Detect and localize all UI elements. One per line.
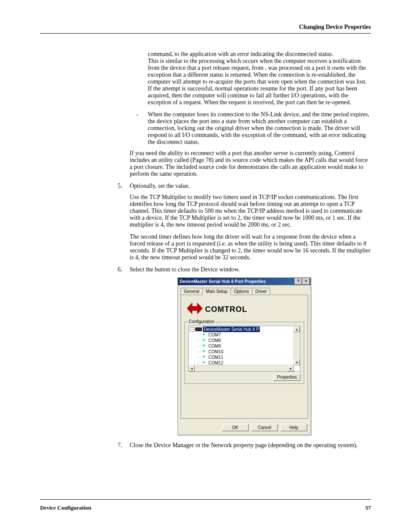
scrollbar-horizontal[interactable]: ◄ ► (189, 365, 294, 371)
s6a: Select the (130, 266, 155, 273)
cancel-button[interactable]: Cancel (251, 424, 278, 431)
tree-label: COM8 (209, 338, 221, 343)
properties-button[interactable]: Properties (274, 373, 300, 381)
tab-strip: General Main Setup Options Driver (178, 285, 311, 295)
bullet-dash: - (137, 111, 148, 146)
step-5: 5. Optionally, set the value. (118, 183, 371, 190)
step-6-num: 6. (118, 266, 130, 273)
tree-item[interactable]: ⋯⚑ COM9 (196, 343, 299, 349)
step-6: 6. Select the button to close the Device… (118, 266, 371, 273)
device-tree[interactable]: − DeviceMaster Serial Hub 8 P ⋯⚑ COM7 ⋯⚑… (188, 326, 300, 372)
p2d: request is received, the port can then b… (229, 99, 352, 106)
ok-button[interactable]: OK (222, 424, 249, 431)
close-icon[interactable]: × (302, 278, 310, 285)
tree-item[interactable]: ⋯⚑ COM10 (196, 349, 299, 355)
tree-label: COM9 (209, 343, 221, 349)
content-area: command, to the application with an erro… (118, 51, 371, 449)
collapse-icon[interactable]: − (190, 327, 194, 332)
comtrol-logo: COMTROL (184, 300, 304, 317)
scrollbar-vertical[interactable]: ▲ ▼ (293, 326, 300, 365)
help-button[interactable]: Help (280, 424, 307, 431)
step-5-p1: Use the TCP Multiplier to modify two tim… (130, 194, 371, 228)
s6b: button to close the Device window. (155, 266, 240, 273)
tab-panel: COMTROL Configuration − DeviceMaster S (181, 295, 308, 419)
p1: command, to the application with an erro… (148, 51, 333, 57)
dialog-title: DeviceMaster Serial Hub 8 Port Propertie… (180, 279, 266, 284)
group-label: Configuration (187, 319, 215, 324)
port-icon: ⚑ (202, 338, 206, 343)
title-buttons: ? × (294, 278, 310, 285)
footer-rule (40, 499, 371, 500)
page-header: Changing Device Properties (40, 24, 371, 31)
port-icon: ⚑ (202, 355, 206, 360)
bullet-text: When the computer loses its connection t… (148, 111, 371, 146)
continuation-text: command, to the application with an erro… (148, 51, 371, 106)
port-icon: ⚑ (202, 349, 206, 355)
device-icon (195, 327, 202, 331)
tab-options[interactable]: Options (230, 288, 252, 295)
scroll-down-icon[interactable]: ▼ (294, 359, 300, 365)
tree-label: COM10 (209, 349, 223, 355)
scroll-up-icon[interactable]: ▲ (294, 326, 300, 332)
step-7: 7. Close the Device Manager or the Netwo… (118, 442, 371, 449)
tree-root-row[interactable]: − DeviceMaster Serial Hub 8 P (190, 327, 299, 332)
tab-general[interactable]: General (181, 288, 203, 295)
step-5-p2: The second timer defines how long the dr… (130, 233, 371, 261)
scroll-left-icon[interactable]: ◄ (189, 365, 195, 371)
step-5-text: Optionally, set the value. (130, 183, 371, 190)
step-5-num: 5. (118, 183, 130, 190)
tree-item[interactable]: ⋯⚑ COM11 (196, 355, 299, 360)
tree-item[interactable]: ⋯⚑ COM7 (196, 332, 299, 338)
s5b: value. (175, 183, 190, 189)
paragraph-reconnect: If you need the ability to reconnect wit… (130, 150, 371, 177)
tab-main-setup[interactable]: Main Setup (202, 288, 231, 295)
page-footer: Device Configuration 57 (40, 504, 371, 511)
svg-text:COMTROL: COMTROL (205, 305, 247, 314)
tree-label: COM7 (209, 332, 221, 338)
p2c: request. When the (184, 99, 229, 106)
header-rule (40, 33, 371, 34)
tree-item[interactable]: ⋯⚑ COM8 (196, 338, 299, 343)
step-6-text: Select the button to close the Device wi… (130, 266, 371, 273)
properties-dialog: DeviceMaster Serial Hub 8 Port Propertie… (177, 277, 311, 435)
tree-root-label[interactable]: DeviceMaster Serial Hub 8 P (203, 327, 260, 332)
bullet-item: - When the computer loses its connection… (137, 111, 371, 146)
step-7-text: Close the Device Manager or the Network … (130, 442, 371, 449)
scroll-right-icon[interactable]: ► (288, 365, 294, 371)
dialog-buttons: OK Cancel Help (178, 421, 311, 435)
port-icon: ⚑ (202, 343, 206, 349)
tree-label: COM11 (209, 355, 223, 360)
titlebar: DeviceMaster Serial Hub 8 Port Propertie… (178, 278, 311, 285)
svg-marker-0 (187, 303, 202, 314)
footer-right: 57 (365, 504, 371, 511)
tab-driver[interactable]: Driver (252, 288, 271, 295)
help-icon[interactable]: ? (295, 278, 302, 285)
port-icon: ⚑ (202, 332, 206, 338)
footer-left: Device Configuration (40, 504, 91, 511)
step-7-num: 7. (118, 442, 130, 449)
dialog-figure: DeviceMaster Serial Hub 8 Port Propertie… (118, 277, 371, 435)
configuration-group: Configuration − DeviceMaster Serial Hub … (184, 322, 304, 384)
s5a: Optionally, set the (130, 183, 175, 189)
